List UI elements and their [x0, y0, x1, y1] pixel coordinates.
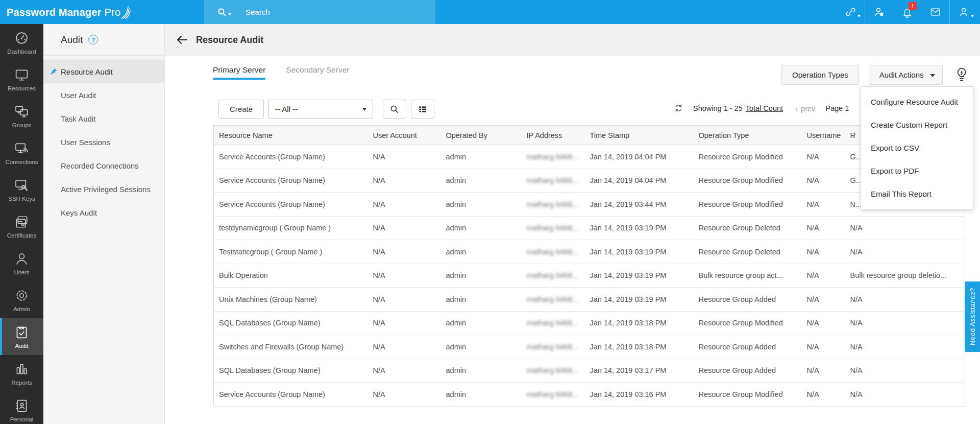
notifications-bell-icon[interactable]: ! — [893, 0, 921, 24]
sidebar-item-dashboard[interactable]: Dashboard — [0, 24, 43, 61]
topbar: Password Manager Pro Search ! — [0, 0, 980, 24]
tab-primary-server[interactable]: Primary Server — [213, 65, 265, 80]
submenu-item-user-sessions[interactable]: User Sessions — [43, 130, 164, 154]
tab-secondary-server[interactable]: Secondary Server — [286, 65, 349, 80]
table-search-button[interactable] — [383, 100, 406, 119]
filter-dropdown[interactable]: -- All -- — [268, 100, 373, 119]
sidebar-item-resources[interactable]: Resources — [0, 61, 43, 98]
menu-item-email-this-report[interactable]: Email This Report — [861, 182, 973, 205]
column-header-operated-by[interactable]: Operated By — [441, 126, 522, 145]
user-menu-icon[interactable] — [950, 0, 978, 24]
sidebar-item-certificates[interactable]: Certificates — [0, 208, 43, 245]
column-header-user-account[interactable]: User Account — [368, 126, 441, 145]
need-assistance-tab[interactable]: Need Assistance? — [965, 281, 980, 352]
cell-operated-by: admin — [441, 169, 522, 193]
cell-resource-name: Switches and Firewalls (Group Name) — [214, 335, 368, 359]
submenu-item-task-audit[interactable]: Task Audit — [43, 107, 164, 130]
refresh-icon[interactable] — [674, 103, 684, 113]
cell-reason: N/A — [845, 359, 964, 383]
cell-user-account: N/A — [368, 169, 441, 193]
table-row[interactable]: testdynamicgroup ( Group Name ) N/A admi… — [214, 216, 964, 240]
sidebar-item-label: Certificates — [7, 232, 37, 239]
cell-username: N/A — [802, 193, 845, 217]
link-caret-icon — [857, 15, 861, 17]
operation-types-button[interactable]: Operation Types — [781, 65, 859, 85]
sidebar-item-users[interactable]: Users — [0, 245, 43, 281]
column-header-ip-address[interactable]: IP Address — [522, 126, 585, 145]
sidebar-item-icon — [14, 325, 29, 340]
table-row[interactable]: SQL Databases (Group Name) N/A admin mat… — [214, 311, 964, 335]
sidebar-item-label: Resources — [8, 85, 36, 91]
prev-chevron-icon: ‹ — [795, 104, 798, 113]
cell-operation-type: Resource Group Added — [694, 359, 802, 383]
cell-operation-type: Resource Group Added — [694, 335, 802, 359]
help-icon[interactable]: ? — [88, 35, 98, 44]
sidebar-item-ssh-keys[interactable]: SSH Keys — [0, 171, 43, 208]
table-row[interactable]: SQL Databases (Group Name) N/A admin mat… — [214, 359, 964, 383]
menu-item-export-to-pdf[interactable]: Export to PDF — [861, 159, 973, 182]
table-row[interactable]: Bulk Operation N/A admin matharg 6468...… — [214, 264, 964, 288]
table-row[interactable]: Service Accounts (Group Name) N/A admin … — [214, 193, 964, 217]
cell-operation-type: Resource Group Modified — [694, 145, 802, 169]
back-arrow-icon[interactable] — [175, 33, 188, 46]
cell-time-stamp: Jan 14, 2019 03:18 PM — [585, 311, 694, 335]
sidebar-item-groups[interactable]: Groups — [0, 98, 43, 134]
sidebar-item-label: SSH Keys — [8, 196, 35, 202]
tab-label: Primary Server — [213, 65, 265, 74]
table-row[interactable]: Service Accounts (Group Name) N/A admin … — [214, 383, 964, 407]
password-link-icon[interactable] — [837, 0, 865, 24]
create-button[interactable]: Create — [218, 100, 264, 119]
sidebar-item-audit[interactable]: Audit — [0, 318, 43, 355]
cell-time-stamp: Jan 14, 2019 03:44 PM — [585, 193, 694, 217]
cell-reason: N/A — [845, 311, 964, 335]
menu-item-configure-resource-audit[interactable]: Configure Resource Audit — [861, 90, 973, 113]
sidebar-item-label: Dashboard — [7, 49, 36, 55]
cell-username: N/A — [802, 216, 845, 240]
cell-user-account: N/A — [368, 288, 441, 312]
audit-actions-caret-icon — [930, 74, 935, 77]
tips-lightbulb-icon[interactable] — [954, 66, 970, 84]
logo-text-bold: Password Manager — [7, 7, 102, 18]
admin-favorites-icon[interactable] — [865, 0, 893, 24]
table-row[interactable]: Service Accounts (Group Name) N/A admin … — [214, 145, 964, 169]
search-scope-caret-icon[interactable] — [228, 13, 232, 15]
submenu-item-label: Active Privileged Sessions — [61, 185, 151, 194]
sidebar-item-label: Reports — [11, 380, 32, 386]
column-header-time-stamp[interactable]: Time Stamp — [585, 126, 694, 145]
submenu-item-keys-audit[interactable]: Keys Audit — [43, 201, 164, 224]
sidebar-item-reports[interactable]: Reports — [0, 355, 43, 392]
cell-reason: Bulk resource group deletio... — [845, 264, 964, 288]
audit-actions-button[interactable]: Audit Actions — [869, 65, 943, 85]
cell-operated-by: admin — [441, 193, 522, 217]
column-header-resource-name[interactable]: Resource Name — [214, 126, 368, 145]
menu-item-export-to-csv[interactable]: Export to CSV — [861, 136, 973, 159]
cell-reason: N/A — [845, 383, 964, 407]
table-header-row: Resource Name User Account Operated By I… — [214, 126, 964, 145]
table-row[interactable]: Teststaticgroup ( Group Name ) N/A admin… — [214, 240, 964, 264]
sidebar-item-admin[interactable]: Admin — [0, 281, 43, 318]
app-logo[interactable]: Password Manager Pro — [7, 0, 131, 24]
cell-ip-address: matharg 6468... — [522, 240, 585, 264]
submenu-item-active-privileged-sessions[interactable]: Active Privileged Sessions — [43, 177, 164, 201]
table-row[interactable]: Switches and Firewalls (Group Name) N/A … — [214, 335, 964, 359]
column-header-operation-type[interactable]: Operation Type — [694, 126, 802, 145]
column-header-username[interactable]: Username — [802, 126, 845, 145]
total-count-link[interactable]: Total Count — [746, 104, 783, 112]
cell-time-stamp: Jan 14, 2019 03:16 PM — [585, 383, 694, 407]
submenu-item-resource-audit[interactable]: Resource Audit — [43, 60, 164, 83]
table-row[interactable]: Unix Machines (Group Name) N/A admin mat… — [214, 288, 964, 312]
prev-page-button[interactable]: ‹prev — [795, 104, 815, 113]
submenu-item-user-audit[interactable]: User Audit — [43, 83, 164, 107]
menu-item-create-custom-report[interactable]: Create Custom Report — [861, 113, 973, 136]
mail-icon[interactable] — [921, 0, 949, 24]
global-search-input[interactable]: Search — [204, 0, 435, 24]
cell-operation-type: Resource Group Modified — [694, 383, 802, 407]
submenu-item-recorded-connections[interactable]: Recorded Connections — [43, 154, 164, 177]
table-row[interactable]: Service Accounts (Group Name) N/A admin … — [214, 169, 964, 193]
column-chooser-button[interactable] — [411, 100, 434, 119]
tab-label: Secondary Server — [286, 65, 349, 74]
sidebar-item-connections[interactable]: Connections — [0, 134, 43, 171]
cell-username: N/A — [802, 383, 845, 407]
sidebar-item-label: Groups — [12, 122, 32, 128]
sidebar-item-personal[interactable]: Personal — [0, 392, 43, 424]
